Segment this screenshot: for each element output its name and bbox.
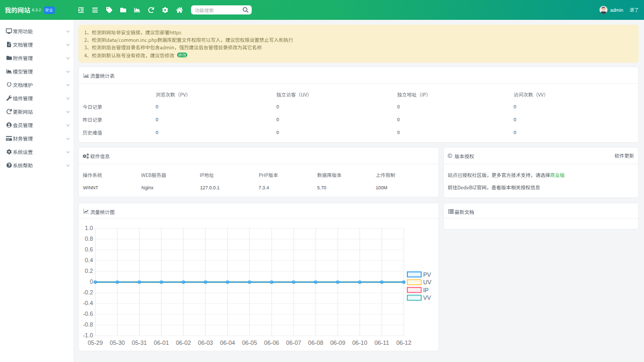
svg-text:PV: PV bbox=[423, 271, 431, 278]
svg-text:UV: UV bbox=[423, 279, 432, 285]
svg-text:IP: IP bbox=[423, 287, 429, 293]
svg-text:VV: VV bbox=[423, 294, 431, 301]
